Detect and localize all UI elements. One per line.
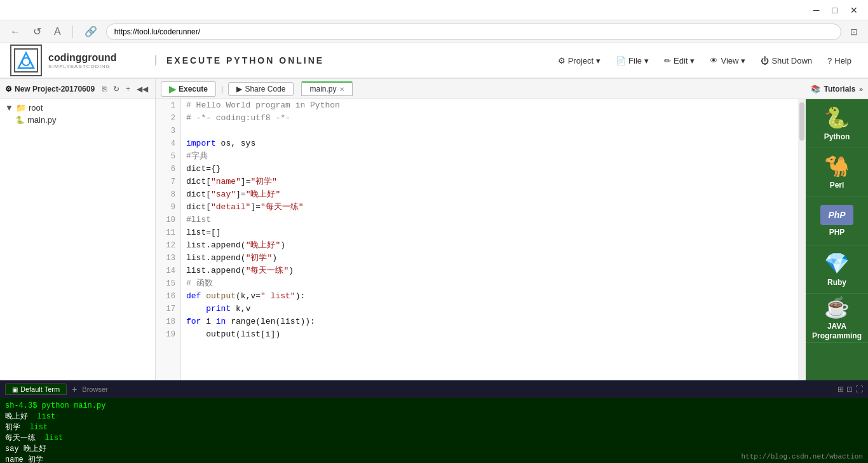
tutorials-expand-icon[interactable]: » bbox=[859, 85, 863, 93]
minimize-button[interactable]: ─ bbox=[810, 4, 824, 17]
code-editor[interactable]: 1 2 3 4 5 6 7 8 9 10 11 12 13 14 15 16 1… bbox=[156, 99, 806, 380]
back-button[interactable]: ← bbox=[6, 25, 24, 39]
share-icon: ▶ bbox=[236, 85, 242, 93]
terminal-area: ▣ Default Term + Browser ⊞ ⊡ ⛶ sh-4.3$ p… bbox=[0, 380, 868, 463]
shutdown-button[interactable]: ⏻ Shut Down bbox=[754, 53, 818, 68]
file-icon: 📄 bbox=[616, 56, 626, 66]
terminal-fullscreen-button[interactable]: ⛶ bbox=[855, 385, 863, 394]
tutorials-icon: 📚 bbox=[811, 85, 820, 93]
code-line-2: # -*- coding:utf8 -*- bbox=[186, 112, 793, 125]
editor-scrollbar[interactable] bbox=[798, 99, 806, 380]
gear-icon: ⚙ bbox=[558, 56, 566, 66]
tutorial-python[interactable]: 🐍 Python bbox=[806, 99, 868, 148]
edit-chevron-icon: ▾ bbox=[690, 56, 695, 66]
logo-area: codingground SIMPLYEASTCODING bbox=[10, 45, 150, 76]
app-header: codingground SIMPLYEASTCODING EXECUTE PY… bbox=[0, 43, 868, 79]
tutorials-empty bbox=[806, 343, 868, 381]
file-type-icon: 🐍 bbox=[15, 116, 25, 125]
ruby-icon: 💎 bbox=[824, 251, 850, 275]
ruby-label: Ruby bbox=[827, 278, 846, 287]
refresh-button[interactable]: ↺ bbox=[29, 24, 45, 39]
tutorials-title: Tutorials bbox=[824, 85, 856, 93]
code-line-5: #字典 bbox=[186, 150, 793, 163]
project-button[interactable]: ⚙ Project ▾ bbox=[552, 53, 607, 68]
main-file[interactable]: 🐍 main.py bbox=[0, 114, 155, 126]
tab-bar: main.py ✕ bbox=[301, 81, 352, 96]
project-title: New Project-20170609 bbox=[15, 85, 98, 93]
titlebar-controls: ─ □ ✕ bbox=[810, 4, 862, 17]
code-line-11: list=[] bbox=[186, 226, 793, 239]
code-line-1: # Hello World program in Python bbox=[186, 99, 793, 112]
brand-name: codingground SIMPLYEASTCODING bbox=[48, 52, 117, 69]
collapse-sidebar-button[interactable]: ◀◀ bbox=[135, 84, 150, 94]
toolbar-separator: | bbox=[221, 84, 223, 93]
terminal-tabs: ▣ Default Term + Browser ⊞ ⊡ ⛶ bbox=[0, 380, 868, 398]
code-line-12: list.append("晚上好") bbox=[186, 239, 793, 252]
file-label: main.py bbox=[27, 115, 57, 125]
scrollbar-thumb[interactable] bbox=[799, 102, 804, 141]
folder-icon: 📁 bbox=[16, 103, 26, 113]
tutorial-php[interactable]: PhP PHP bbox=[806, 197, 868, 245]
help-button[interactable]: ? Help bbox=[821, 53, 858, 68]
code-line-3 bbox=[186, 125, 793, 137]
close-button[interactable]: ✕ bbox=[846, 4, 862, 17]
tutorial-java[interactable]: ☕ JAVAProgramming bbox=[806, 294, 868, 343]
root-folder[interactable]: ▼ 📁 root bbox=[0, 102, 155, 114]
svg-point-2 bbox=[22, 58, 30, 66]
browser-tab[interactable]: Browser bbox=[82, 385, 107, 393]
add-file-button[interactable]: + bbox=[124, 84, 132, 94]
code-line-14: list.append("每天一练") bbox=[186, 265, 793, 277]
link-button[interactable]: 🔗 bbox=[81, 24, 101, 39]
editor-area: ▶ Execute | ▶ Share Code main.py ✕ 1 2 3… bbox=[156, 79, 806, 380]
add-terminal-button[interactable]: + bbox=[69, 384, 79, 394]
terminal-settings-button[interactable]: ⊞ bbox=[837, 385, 844, 394]
default-term-tab[interactable]: ▣ Default Term bbox=[5, 384, 67, 395]
header-actions: ⚙ Project ▾ 📄 File ▾ ✏ Edit ▾ 👁 View ▾ ⏻… bbox=[552, 53, 858, 68]
folder-arrow-icon: ▼ bbox=[5, 103, 13, 113]
play-icon: ▶ bbox=[169, 84, 176, 94]
maximize-button[interactable]: □ bbox=[829, 4, 841, 17]
execute-button[interactable]: ▶ Execute bbox=[161, 81, 216, 97]
copy-button[interactable]: ⎘ bbox=[100, 84, 109, 94]
main-tab[interactable]: main.py ✕ bbox=[301, 81, 352, 96]
php-icon: PhP bbox=[820, 205, 853, 225]
code-line-18: for i in range(len(list)): bbox=[186, 315, 793, 328]
share-code-button[interactable]: ▶ Share Code bbox=[228, 82, 294, 96]
java-label: JAVAProgramming bbox=[812, 322, 862, 340]
terminal-line-2: 晚上好 list bbox=[5, 411, 863, 422]
root-label: root bbox=[29, 103, 43, 113]
tutorial-ruby[interactable]: 💎 Ruby bbox=[806, 245, 868, 294]
file-button[interactable]: 📄 File ▾ bbox=[609, 53, 655, 68]
reader-button[interactable]: A bbox=[50, 25, 65, 39]
browser-toolbar: ← ↺ A 🔗 ⊡ bbox=[0, 20, 868, 43]
php-label: PHP bbox=[829, 228, 845, 237]
code-line-15: # 函数 bbox=[186, 277, 793, 290]
line-numbers: 1 2 3 4 5 6 7 8 9 10 11 12 13 14 15 16 1… bbox=[156, 99, 181, 380]
terminal-icon: ▣ bbox=[12, 386, 18, 393]
code-line-8: dict["say"]="晚上好" bbox=[186, 188, 793, 201]
edit-icon: ✏ bbox=[664, 56, 671, 66]
code-line-6: dict={} bbox=[186, 163, 793, 176]
logo-box bbox=[10, 45, 42, 76]
titlebar: ─ □ ✕ bbox=[0, 0, 868, 20]
file-chevron-icon: ▾ bbox=[644, 56, 649, 66]
terminal-expand-button[interactable]: ⊡ bbox=[846, 385, 853, 394]
close-tab-icon[interactable]: ✕ bbox=[339, 86, 344, 93]
terminal-actions: ⊞ ⊡ ⛶ bbox=[837, 385, 863, 394]
perl-label: Perl bbox=[830, 181, 844, 190]
address-bar[interactable] bbox=[106, 24, 841, 40]
settings-icon: ⚙ bbox=[5, 85, 12, 93]
tutorial-perl[interactable]: 🐪 Perl bbox=[806, 148, 868, 197]
code-line-7: dict["name"]="初学" bbox=[186, 176, 793, 188]
terminal-line-5: say 晚上好 bbox=[5, 444, 863, 455]
terminal-line-1: sh-4.3$ python main.py bbox=[5, 401, 863, 411]
view-button[interactable]: 👁 View ▾ bbox=[703, 53, 752, 68]
code-line-10: #list bbox=[186, 214, 793, 226]
code-content[interactable]: # Hello World program in Python # -*- co… bbox=[181, 99, 798, 380]
code-line-13: list.append("初学") bbox=[186, 252, 793, 265]
refresh-sidebar-button[interactable]: ↻ bbox=[111, 84, 121, 94]
code-line-4: import os, sys bbox=[186, 137, 793, 150]
edit-button[interactable]: ✏ Edit ▾ bbox=[658, 53, 701, 68]
terminal-line-6: name 初学 bbox=[5, 455, 863, 463]
expand-button[interactable]: ⊡ bbox=[846, 25, 862, 38]
